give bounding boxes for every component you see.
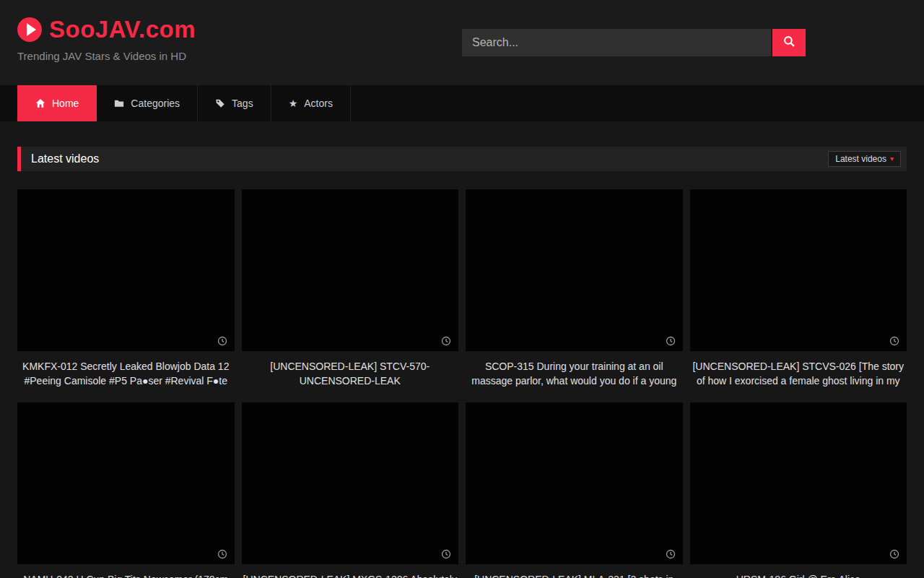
nav-item-label: Home <box>52 98 79 109</box>
search-input[interactable] <box>462 29 771 56</box>
nav-item-label: Tags <box>232 98 253 109</box>
site-tagline: Trending JAV Stars & Videos in HD <box>17 50 196 62</box>
video-card[interactable]: [UNCENSORED-LEAK] STCV-570-UNCENSORED-LE… <box>242 189 459 388</box>
video-grid: KMKFX-012 Secretly Leaked Blowjob Data 1… <box>17 189 907 578</box>
nav-item-tags[interactable]: Tags <box>198 85 271 121</box>
main-nav: Home Categories Tags ★ Actors <box>0 85 924 121</box>
clock-icon <box>889 549 899 559</box>
search-bar <box>462 29 806 56</box>
video-title[interactable]: URSM-186 Girl @ Era Alice <box>690 572 907 578</box>
folder-icon <box>114 98 124 108</box>
search-icon <box>783 35 796 50</box>
site-logo[interactable]: SooJAV.com <box>17 16 196 43</box>
nav-item-home[interactable]: Home <box>17 85 97 121</box>
home-icon <box>35 98 45 108</box>
video-card[interactable]: KMKFX-012 Secretly Leaked Blowjob Data 1… <box>17 189 235 388</box>
clock-icon <box>889 336 899 346</box>
video-thumbnail[interactable] <box>690 402 907 564</box>
play-icon <box>17 17 42 42</box>
video-thumbnail[interactable] <box>17 189 235 351</box>
video-card[interactable]: SCOP-315 During your training at an oil … <box>466 189 683 388</box>
clock-icon <box>217 549 227 559</box>
video-title[interactable]: NAMH-042 H Cup Big Tits Newcomer (170cm … <box>17 572 235 578</box>
tag-icon <box>215 98 225 108</box>
video-card[interactable]: NAMH-042 H Cup Big Tits Newcomer (170cm … <box>17 402 235 578</box>
video-card[interactable]: URSM-186 Girl @ Era Alice <box>690 402 907 578</box>
video-title[interactable]: KMKFX-012 Secretly Leaked Blowjob Data 1… <box>17 359 235 388</box>
video-thumbnail[interactable] <box>690 189 907 351</box>
video-thumbnail[interactable] <box>242 189 459 351</box>
video-card[interactable]: [UNCENSORED-LEAK] MLA-231 [3 shots in <box>466 402 683 578</box>
site-header: SooJAV.com Trending JAV Stars & Videos i… <box>0 0 924 85</box>
video-thumbnail[interactable] <box>466 402 683 564</box>
logo-block: SooJAV.com Trending JAV Stars & Videos i… <box>17 16 196 62</box>
video-thumbnail[interactable] <box>466 189 683 351</box>
star-icon: ★ <box>289 98 298 108</box>
clock-icon <box>217 336 227 346</box>
nav-item-label: Actors <box>304 98 333 109</box>
latest-videos-header: Latest videos Latest videos ▾ <box>17 147 907 171</box>
nav-item-categories[interactable]: Categories <box>97 85 198 121</box>
video-thumbnail[interactable] <box>17 402 235 564</box>
nav-item-label: Categories <box>131 98 180 109</box>
video-title[interactable]: [UNCENSORED-LEAK] STCVS-026 [The story o… <box>690 359 907 388</box>
video-title[interactable]: [UNCENSORED-LEAK] MLA-231 [3 shots in <box>466 572 683 578</box>
clock-icon <box>666 549 676 559</box>
video-title[interactable]: SCOP-315 During your training at an oil … <box>466 359 683 388</box>
sort-dropdown[interactable]: Latest videos ▾ <box>828 151 901 167</box>
search-button[interactable] <box>772 29 806 56</box>
video-thumbnail[interactable] <box>242 402 459 564</box>
clock-icon <box>441 336 451 346</box>
sort-dropdown-label: Latest videos <box>835 154 886 164</box>
video-card[interactable]: [UNCENSORED-LEAK] STCVS-026 [The story o… <box>690 189 907 388</box>
site-title: SooJAV.com <box>49 16 196 43</box>
clock-icon <box>441 549 451 559</box>
clock-icon <box>666 336 676 346</box>
video-title[interactable]: [UNCENSORED-LEAK] MXGS-1306 Absolutely <box>242 572 459 578</box>
nav-item-actors[interactable]: ★ Actors <box>271 85 351 121</box>
video-card[interactable]: [UNCENSORED-LEAK] MXGS-1306 Absolutely <box>242 402 459 578</box>
section-title: Latest videos <box>31 152 99 165</box>
caret-down-icon: ▾ <box>890 155 894 163</box>
video-title[interactable]: [UNCENSORED-LEAK] STCV-570-UNCENSORED-LE… <box>242 359 459 388</box>
